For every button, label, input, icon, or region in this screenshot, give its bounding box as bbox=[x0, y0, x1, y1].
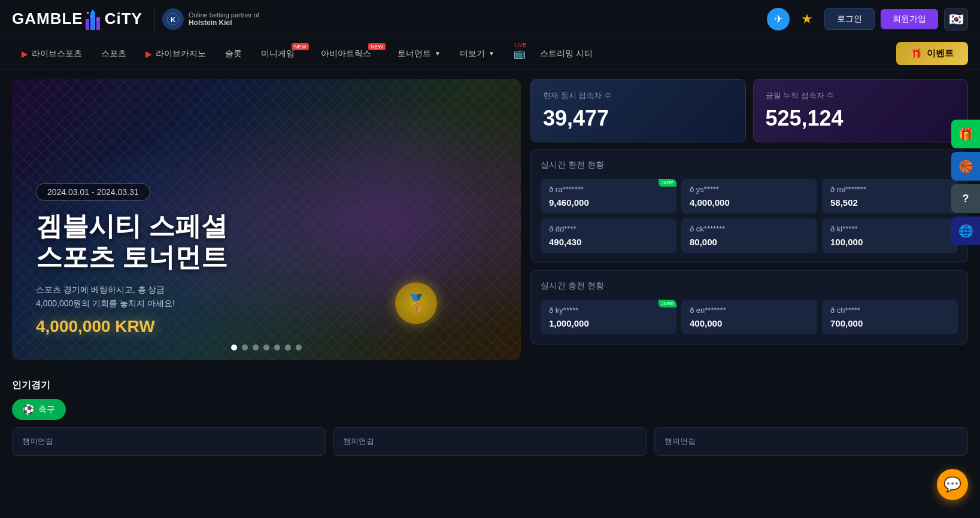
favorite-button[interactable]: ★ bbox=[796, 8, 818, 31]
withdraw-card-2: ð ys***** 4,000,000 bbox=[681, 179, 817, 214]
withdraw-amount-4: 490,430 bbox=[549, 237, 668, 247]
charge-badge-1: JARE bbox=[659, 300, 676, 307]
banner-dots bbox=[231, 345, 302, 351]
withdraw-amount-6: 100,000 bbox=[830, 237, 949, 247]
nav-mini-game[interactable]: 미니게임 NEW bbox=[251, 38, 311, 69]
charge-user-1: ð ky***** bbox=[549, 306, 668, 315]
tournament-arrow-icon: ▼ bbox=[435, 50, 441, 57]
banner-dot-7[interactable] bbox=[296, 345, 302, 351]
telegram-button[interactable]: ✈ bbox=[767, 8, 790, 31]
sidebar-gift-button[interactable]: 🎁 bbox=[951, 120, 980, 148]
nav-streaming[interactable]: 📺 LIVE 스트리밍 시티 bbox=[504, 38, 602, 69]
charge-amount-2: 400,000 bbox=[690, 318, 809, 328]
champion-label-2: 챔피언쉽 bbox=[343, 437, 374, 446]
current-visitors-box: 현재 동시 접속자 수 39,477 bbox=[530, 79, 746, 142]
banner-dot-6[interactable] bbox=[285, 345, 291, 351]
realtime-withdraw-title: 실시간 환전 현황 bbox=[541, 160, 958, 170]
banner-background: 🥇 2024.03.01 - 2024.03.31 겜블시티 스페셜 스포츠 토… bbox=[12, 79, 521, 360]
withdraw-user-5: ð ck******* bbox=[690, 224, 809, 233]
champion-card-3: 챔피언쉽 bbox=[654, 427, 968, 456]
nav-tournament[interactable]: 토너먼트 ▼ bbox=[388, 38, 450, 69]
header-actions: ✈ ★ 로그인 회원가입 🇰🇷 bbox=[767, 8, 968, 31]
banner-title-line1: 겜블시티 스페셜 bbox=[36, 211, 227, 240]
main-nav: ▶ 라이브스포츠 스포츠 ▶ 라이브카지노 슬롯 미니게임 NEW 아비아트릭스… bbox=[0, 38, 980, 69]
banner-title-line2: 스포츠 토너먼트 bbox=[36, 242, 227, 272]
stats-panel: 현재 동시 접속자 수 39,477 금일 누적 접속자 수 525,124 실… bbox=[530, 79, 968, 360]
withdraw-user-2: ð ys***** bbox=[690, 185, 809, 194]
banner-dot-3[interactable] bbox=[253, 345, 259, 351]
charge-card-3: ð ch***** 700,000 bbox=[822, 300, 958, 334]
nav-more-label: 더보기 bbox=[460, 48, 485, 59]
register-button[interactable]: 회원가입 bbox=[881, 9, 938, 29]
withdraw-badge-1: JARE bbox=[659, 179, 676, 187]
withdraw-user-3: ð mi******* bbox=[830, 185, 949, 194]
nav-live-sports[interactable]: ▶ 라이브스포츠 bbox=[12, 38, 92, 69]
logo-gamble-text: GAMBLE bbox=[12, 10, 83, 28]
nav-aviators-label: 아비아트릭스 bbox=[321, 48, 371, 59]
withdraw-card-1: JARE ð ra******* 9,460,000 bbox=[541, 179, 676, 214]
sidebar-help-button[interactable]: ? bbox=[951, 184, 980, 213]
right-sidebar: 🎁 🏀 ? 🌐 bbox=[951, 120, 980, 245]
withdraw-card-3: ð mi******* 58,502 bbox=[822, 179, 958, 214]
nav-live-sports-label: 라이브스포츠 bbox=[32, 48, 82, 59]
nav-sports-label: 스포츠 bbox=[101, 48, 126, 59]
banner-section: 🥇 2024.03.01 - 2024.03.31 겜블시티 스페셜 스포츠 토… bbox=[12, 79, 521, 360]
sidebar-question-icon: ? bbox=[963, 193, 969, 205]
charge-card-1: JARE ð ky***** 1,000,000 bbox=[541, 300, 676, 334]
today-visitors-value: 525,124 bbox=[766, 106, 956, 131]
header: GAMBLE CiTY K bbox=[0, 0, 980, 38]
champion-card-1: 챔피언쉽 bbox=[12, 427, 326, 456]
telegram-icon: ✈ bbox=[774, 13, 783, 26]
nav-aviators[interactable]: 아비아트릭스 NEW bbox=[311, 38, 388, 69]
nav-live-casino[interactable]: ▶ 라이브카지노 bbox=[136, 38, 216, 69]
withdraw-amount-3: 58,502 bbox=[830, 197, 949, 208]
more-arrow-icon: ▼ bbox=[489, 50, 494, 57]
withdraw-user-1: ð ra******* bbox=[549, 185, 668, 194]
banner-content: 2024.03.01 - 2024.03.31 겜블시티 스페셜 스포츠 토너먼… bbox=[36, 183, 497, 336]
logo-partner: K Online betting partner of Holstein Kie… bbox=[154, 8, 259, 30]
partner-text: Online betting partner of Holstein Kiel bbox=[189, 11, 259, 27]
current-visitors-label: 현재 동시 접속자 수 bbox=[543, 90, 733, 101]
svg-text:K: K bbox=[171, 16, 175, 23]
live-casino-icon: ▶ bbox=[145, 49, 152, 59]
today-visitors-label: 금일 누적 접속자 수 bbox=[766, 90, 956, 101]
main-content: 🥇 2024.03.01 - 2024.03.31 겜블시티 스페셜 스포츠 토… bbox=[0, 69, 980, 370]
mini-game-new-badge: NEW bbox=[292, 43, 309, 50]
banner-dot-4[interactable] bbox=[263, 345, 269, 351]
charge-user-2: ð en******* bbox=[690, 306, 809, 315]
nav-more[interactable]: 더보기 ▼ bbox=[450, 38, 504, 69]
nav-slots[interactable]: 슬롯 bbox=[216, 38, 251, 69]
soccer-tab-label: 축구 bbox=[38, 404, 55, 415]
star-icon: ★ bbox=[801, 11, 813, 27]
banner-date-range: 2024.03.01 - 2024.03.31 bbox=[36, 183, 150, 201]
partner-badge-icon: K bbox=[162, 8, 184, 30]
banner-dot-1[interactable] bbox=[231, 345, 237, 351]
champion-card-2: 챔피언쉽 bbox=[333, 427, 647, 456]
language-button[interactable]: 🇰🇷 bbox=[944, 8, 968, 31]
popular-tabs: ⚽ 축구 bbox=[12, 399, 968, 420]
banner-dot-2[interactable] bbox=[242, 345, 248, 351]
banner-dot-5[interactable] bbox=[274, 345, 280, 351]
event-button[interactable]: 🎁 이벤트 bbox=[896, 42, 968, 65]
nav-mini-game-label: 미니게임 bbox=[261, 48, 295, 59]
withdraw-amount-1: 9,460,000 bbox=[549, 197, 668, 208]
champion-label-3: 챔피언쉽 bbox=[665, 437, 696, 446]
sidebar-language-button[interactable]: 🌐 bbox=[951, 217, 980, 245]
popular-title: 인기경기 bbox=[12, 379, 968, 392]
charge-user-3: ð ch***** bbox=[830, 306, 949, 315]
banner-subtitle: 스포츠 경기에 베팅하시고, 총 상금4,000,000원의 기회를 놓치지 마… bbox=[36, 283, 497, 310]
logo-city-icon bbox=[83, 7, 105, 31]
withdraw-card-6: ð ki***** 100,000 bbox=[822, 218, 958, 253]
login-button[interactable]: 로그인 bbox=[824, 8, 875, 30]
nav-live-casino-label: 라이브카지노 bbox=[156, 48, 206, 59]
withdraw-card-4: ð dd**** 490,430 bbox=[541, 218, 676, 253]
sidebar-basketball-button[interactable]: 🏀 bbox=[951, 152, 980, 181]
sidebar-basketball-icon: 🏀 bbox=[958, 159, 973, 173]
aviators-new-badge: NEW bbox=[368, 43, 386, 50]
charge-card-2: ð en******* 400,000 bbox=[681, 300, 817, 334]
realtime-charge-section: 실시간 충전 현황 JARE ð ky***** 1,000,000 ð en*… bbox=[530, 270, 968, 345]
realtime-charge-title: 실시간 충전 현황 bbox=[541, 281, 958, 291]
logo: GAMBLE CiTY bbox=[12, 7, 142, 31]
nav-sports[interactable]: 스포츠 bbox=[92, 38, 136, 69]
soccer-tab[interactable]: ⚽ 축구 bbox=[12, 399, 66, 420]
